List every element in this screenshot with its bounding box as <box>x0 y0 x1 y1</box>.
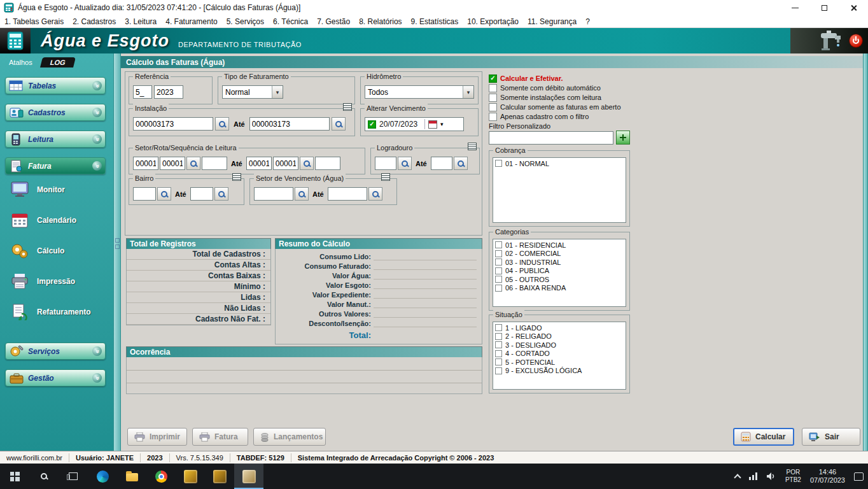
checkbox[interactable] <box>495 358 502 365</box>
file-explorer-button[interactable] <box>117 464 146 489</box>
sair-button[interactable]: Sair <box>802 428 860 446</box>
list-item[interactable]: 4 - CORTADO <box>495 350 626 358</box>
sequencia-to-input[interactable] <box>315 157 340 170</box>
volume-button[interactable] <box>762 464 781 489</box>
sidebar-subitem-refaturamento[interactable]: Refaturamento <box>0 297 113 327</box>
grid-list-icon[interactable] <box>381 173 390 181</box>
calcular-button[interactable]: Calcular <box>733 428 794 446</box>
start-button[interactable] <box>0 464 29 489</box>
sidebar-item-tabelas[interactable]: Tabelas » <box>5 77 106 94</box>
menu-gestao[interactable]: 7. Gestão <box>312 17 354 26</box>
list-item[interactable]: 03 - INDUSTRIAL <box>495 258 626 266</box>
checkbox[interactable] <box>495 285 502 292</box>
sidebar-item-leitura[interactable]: Leitura » <box>5 131 106 148</box>
categorias-listbox[interactable]: 01 - RESIDENCIAL 02 - COMERCIAL 03 - IND… <box>493 239 626 307</box>
checkbox[interactable]: ✓ <box>489 74 497 83</box>
menu-faturamento[interactable]: 4. Faturamento <box>161 17 221 26</box>
checkbox[interactable] <box>495 324 502 331</box>
checkbox[interactable] <box>489 113 497 121</box>
grid-list-icon[interactable] <box>232 173 241 181</box>
instalacao-to-input[interactable] <box>249 117 330 131</box>
referencia-year-input[interactable] <box>154 85 183 99</box>
referencia-month-input[interactable] <box>133 85 152 99</box>
situacao-listbox[interactable]: 1 - LIGADO 2 - RELIGADO 3 - DESLIGADO 4 … <box>493 322 626 390</box>
menu-estatisticas[interactable]: 9. Estatísticas <box>407 17 463 26</box>
power-button[interactable] <box>849 34 863 48</box>
cobranca-listbox[interactable]: 01 - NORMAL <box>493 157 626 223</box>
tray-expand-button[interactable] <box>731 464 745 489</box>
checkbox[interactable] <box>495 341 502 348</box>
checkbox[interactable] <box>495 160 502 167</box>
menu-cadastros[interactable]: 2. Cadastros <box>68 17 120 26</box>
setor-from-input[interactable] <box>133 157 158 170</box>
grid-list-icon[interactable] <box>468 143 477 150</box>
checkbox[interactable] <box>495 276 502 283</box>
lancamentos-button[interactable]: Lançamentos <box>253 428 326 446</box>
search-button[interactable] <box>214 187 228 201</box>
chrome-button[interactable] <box>146 464 176 489</box>
list-item[interactable]: 01 - RESIDENCIAL <box>495 241 626 249</box>
search-button[interactable] <box>186 157 200 170</box>
search-button[interactable] <box>454 157 468 170</box>
sidebar-item-fatura[interactable]: Fatura » <box>5 157 106 174</box>
list-item[interactable]: 5 - POTENCIAL <box>495 358 626 366</box>
setor-vencimento-to-input[interactable] <box>328 187 367 201</box>
checkbox[interactable] <box>489 103 497 111</box>
close-button[interactable] <box>839 0 868 15</box>
maximize-button[interactable] <box>809 0 839 15</box>
sequencia-from-input[interactable] <box>202 157 227 170</box>
taskbar-search-button[interactable] <box>29 464 59 489</box>
hidrometro-select[interactable]: Todos ▾ <box>365 85 474 99</box>
list-item[interactable]: 04 - PUBLICA <box>495 267 626 275</box>
chevron-up-icon[interactable]: » <box>92 161 102 171</box>
menu-relatorios[interactable]: 8. Relatórios <box>354 17 406 26</box>
logradouro-from-input[interactable] <box>375 157 396 170</box>
menu-servicos[interactable]: 5. Serviços <box>222 17 269 26</box>
minimize-button[interactable] <box>780 0 809 15</box>
checkbox[interactable] <box>489 84 497 92</box>
clock[interactable]: 14:4607/07/2023 <box>806 464 850 489</box>
list-item[interactable]: 9 - EXCLUSÃO LÓGICA <box>495 367 626 375</box>
chevron-down-icon[interactable]: » <box>92 81 102 90</box>
checkbox[interactable] <box>495 259 502 266</box>
checkbox[interactable] <box>495 241 502 248</box>
sidebar-item-cadastros[interactable]: Cadastros » <box>5 104 106 121</box>
fiorilli-app-button-active[interactable] <box>234 464 263 489</box>
search-button[interactable] <box>215 117 229 131</box>
fiorilli-app-button-2[interactable] <box>205 464 234 489</box>
sidebar-subitem-calendario[interactable]: Calendário <box>0 205 113 236</box>
checkbox[interactable] <box>495 250 502 257</box>
search-button[interactable] <box>368 187 382 201</box>
sidebar-splitter[interactable] <box>113 53 121 451</box>
list-item[interactable]: 02 - COMERCIAL <box>495 250 626 258</box>
menu-tabelas-gerais[interactable]: 1. Tabelas Gerais <box>0 17 68 26</box>
setor-vencimento-from-input[interactable] <box>254 187 293 201</box>
menu-seguranca[interactable]: 11. Segurança <box>523 17 581 26</box>
fiorilli-app-button-1[interactable] <box>176 464 205 489</box>
action-center-button[interactable] <box>850 464 868 489</box>
chevron-down-icon[interactable]: » <box>92 134 102 144</box>
sidebar-item-gestao[interactable]: Gestão » <box>5 369 106 386</box>
tipo-faturamento-select[interactable]: Normal ▾ <box>222 85 283 99</box>
vencimento-date-picker[interactable]: ✓ 20/07/2023 ▾ <box>365 117 464 131</box>
status-site[interactable]: www.fiorilli.com.br <box>0 453 69 462</box>
search-button[interactable] <box>157 187 171 201</box>
option-faturas-aberto[interactable]: Calcular somente as faturas em aberto <box>489 103 621 111</box>
search-button[interactable] <box>332 117 346 131</box>
menu-help[interactable]: ? <box>581 17 594 26</box>
filtro-personalizado-input[interactable] <box>489 131 613 145</box>
edge-button[interactable] <box>88 464 117 489</box>
language-indicator[interactable]: PORPTB2 <box>781 464 806 489</box>
logradouro-to-input[interactable] <box>431 157 452 170</box>
menu-tecnica[interactable]: 6. Técnica <box>269 17 312 26</box>
setor-to-input[interactable] <box>246 157 272 170</box>
tab-atalhos[interactable]: Atalhos <box>4 57 38 67</box>
chevron-down-icon[interactable]: » <box>92 108 102 117</box>
option-calcular-efetivar[interactable]: ✓ Calcular e Efetivar. <box>489 74 563 83</box>
checkbox[interactable] <box>489 94 497 102</box>
bairro-from-input[interactable] <box>133 187 156 201</box>
rota-to-input[interactable] <box>273 157 298 170</box>
option-instalacoes-leitura[interactable]: Somente instalações com leitura <box>489 93 601 102</box>
chevron-down-icon[interactable]: » <box>92 346 102 356</box>
sidebar-subitem-monitor[interactable]: Monitor <box>0 174 113 205</box>
